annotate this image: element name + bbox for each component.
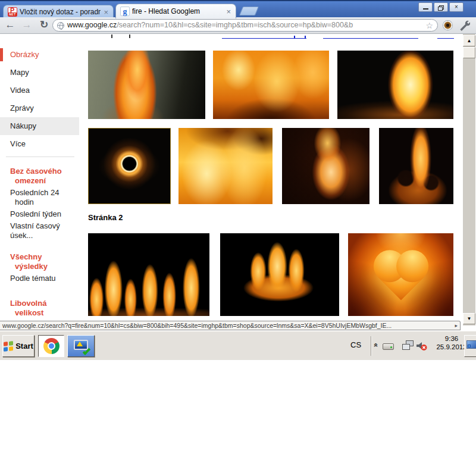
- network-icon[interactable]: [402, 340, 414, 351]
- donottrack-eye-icon[interactable]: [443, 20, 453, 30]
- tab-title: Vložit nový dotaz - poradna: [20, 8, 101, 16]
- image-result[interactable]: [88, 233, 209, 316]
- scroll-down-button[interactable]: ▼: [463, 313, 475, 324]
- status-arrow-icon: ▸: [455, 321, 458, 330]
- filter-item[interactable]: Vlastní časový úsek...: [10, 221, 73, 240]
- google-favicon-icon: g: [120, 7, 130, 16]
- filter-item[interactable]: Podle tématu: [10, 274, 73, 283]
- burning-heart-shape: [378, 255, 423, 300]
- restore-icon-front: [438, 7, 443, 11]
- scroll-up-button[interactable]: ▲: [463, 35, 475, 46]
- clipped-text-fragment: [129, 35, 130, 38]
- tab-title: fire - Hledat Googlem: [132, 7, 223, 15]
- filter-section-results: Všechny výsledky Podle tématu: [10, 252, 73, 283]
- image-result[interactable]: [379, 128, 453, 204]
- tab-google-fire[interactable]: g fire - Hledat Googlem ×: [115, 4, 236, 18]
- minimize-button[interactable]: [418, 2, 433, 12]
- minimize-icon: [423, 8, 428, 10]
- globe-icon: [57, 22, 64, 29]
- status-bubble: www.google.cz/search?q=fire&num=10&hl=cs…: [0, 321, 461, 330]
- system-check-icon: [73, 340, 89, 353]
- sidebar-item-vice[interactable]: Více: [0, 135, 79, 153]
- image-result[interactable]: [88, 128, 171, 204]
- titlebar[interactable]: P NET Vložit nový dotaz - poradna × g fi…: [0, 0, 476, 17]
- image-result[interactable]: [88, 51, 205, 119]
- chrome-logo-icon: [43, 338, 60, 354]
- volume-muted-icon[interactable]: [416, 340, 428, 352]
- start-button[interactable]: Start: [2, 335, 35, 357]
- taskbar-chrome-button[interactable]: [38, 335, 64, 357]
- filter-header[interactable]: Bez časového omezení: [10, 167, 73, 186]
- tray-clock[interactable]: 9:36 25.9.2012: [435, 334, 468, 351]
- forward-button[interactable]: →: [19, 18, 35, 32]
- filter-section-time: Bez časového omezení Posledních 24 hodin…: [10, 167, 73, 240]
- show-desktop-button[interactable]: [464, 335, 476, 357]
- tab-poradna[interactable]: P NET Vložit nový dotaz - poradna ×: [3, 5, 114, 18]
- clipped-text-fragment: [111, 35, 112, 38]
- clipped-link-fragment: [294, 36, 295, 39]
- image-result[interactable]: [348, 233, 453, 316]
- image-result[interactable]: [213, 51, 329, 119]
- hardware-drive-icon[interactable]: [383, 343, 394, 350]
- desktop: P NET Vložit nový dotaz - poradna × g fi…: [0, 0, 476, 457]
- scrollbar-thumb[interactable]: [463, 47, 475, 58]
- tab-close-icon[interactable]: ×: [226, 8, 231, 15]
- desktop-monitor-icon: [466, 340, 476, 349]
- sidebar-divider: [6, 156, 74, 157]
- sidebar-item-nakupy[interactable]: Nákupy: [0, 117, 79, 135]
- taskbar-update-checker-button[interactable]: [67, 335, 95, 357]
- sidebar-item-mapy[interactable]: Mapy: [0, 64, 79, 82]
- url-domain: www.google.cz: [67, 21, 117, 29]
- new-tab-button[interactable]: [239, 7, 259, 15]
- page-scrollbar[interactable]: ▲ ▼: [463, 34, 475, 325]
- wrench-menu-icon[interactable]: [459, 20, 470, 33]
- status-url: www.google.cz/search?q=fire&num=10&hl=cs…: [2, 322, 392, 329]
- image-result[interactable]: [220, 233, 339, 316]
- image-result[interactable]: [337, 51, 453, 119]
- browser-toolbar: ← → ↻ www.google.cz/search?num=10&hl=cs&…: [0, 17, 476, 34]
- tab-close-icon[interactable]: ×: [103, 8, 109, 16]
- window-controls: ×: [418, 2, 464, 12]
- clipped-link-fragment: [305, 36, 306, 39]
- filter-header[interactable]: Všechny výsledky: [10, 252, 73, 271]
- clipped-link-underline[interactable]: [323, 38, 418, 39]
- address-bar[interactable]: www.google.cz/search?num=10&hl=cs&site=i…: [52, 19, 438, 32]
- warning-triangle-icon: [77, 342, 83, 346]
- taskbar: Start CS » 9:36 25.9.2012: [0, 331, 476, 360]
- sidebar-item-videa[interactable]: Videa: [0, 82, 79, 99]
- reload-button[interactable]: ↻: [36, 18, 52, 32]
- url-path: /search?num=10&hl=cs&site=imghp&tbm=isch…: [117, 21, 353, 29]
- close-button[interactable]: ×: [449, 2, 464, 12]
- poradna-favicon-icon: P NET: [8, 7, 17, 17]
- filter-section-size: Libovolná velikost: [10, 299, 73, 318]
- filter-item[interactable]: Posledních 24 hodin: [10, 188, 73, 207]
- sidebar-item-obrazky[interactable]: Obrázky: [0, 46, 79, 64]
- clock-date: 25.9.2012: [435, 343, 468, 351]
- back-button[interactable]: ←: [2, 18, 18, 32]
- tray-expand-chevron-icon[interactable]: »: [371, 343, 380, 348]
- language-indicator[interactable]: CS: [350, 340, 361, 349]
- filter-item[interactable]: Poslední týden: [10, 209, 73, 219]
- image-result[interactable]: [282, 128, 369, 204]
- restore-button[interactable]: [434, 2, 448, 12]
- windows-flag-icon: [4, 341, 13, 352]
- clock-time: 9:36: [435, 334, 468, 343]
- filter-header[interactable]: Libovolná velikost: [10, 299, 73, 318]
- bookmark-star-icon[interactable]: ☆: [425, 20, 433, 32]
- sidebar-item-zpravy[interactable]: Zprávy: [0, 99, 79, 117]
- image-result[interactable]: [178, 128, 273, 204]
- clipped-link-underline[interactable]: [437, 38, 454, 39]
- page-content: Obrázky Mapy Videa Zprávy Nákupy Více Be…: [0, 34, 476, 331]
- page-2-heading: Stránka 2: [88, 213, 123, 222]
- start-label: Start: [15, 342, 33, 350]
